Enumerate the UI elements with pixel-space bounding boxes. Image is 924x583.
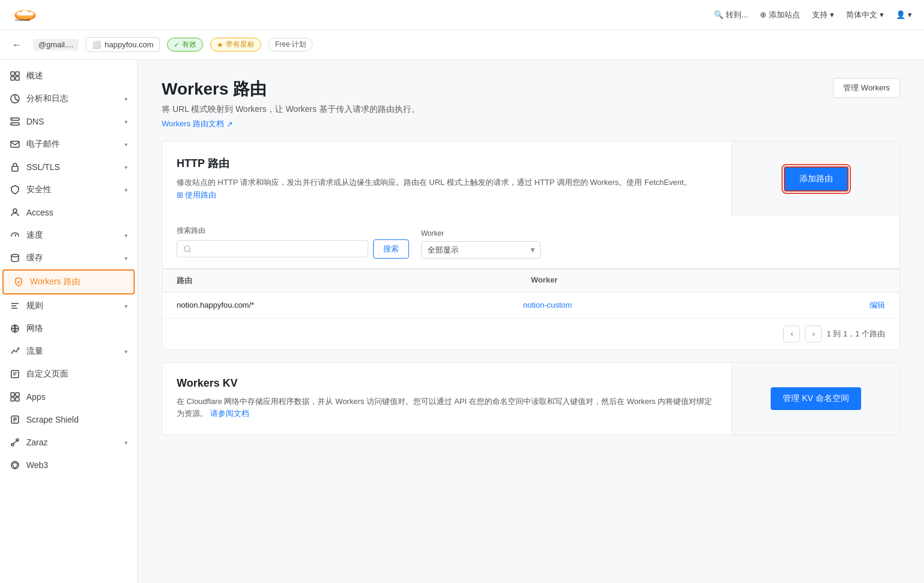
sidebar-item-web3[interactable]: Web3	[0, 454, 137, 476]
search-label: 搜索路由	[177, 226, 409, 236]
route-value: notion.happyfou.com/*	[177, 300, 523, 309]
manage-kv-button[interactable]: 管理 KV 命名空间	[771, 387, 861, 410]
chevron-down-icon: ▾	[125, 119, 128, 125]
svg-text:CLOUDFLARE: CLOUDFLARE	[15, 19, 31, 22]
sidebar-item-zaraz[interactable]: Zaraz ▾	[0, 431, 137, 454]
http-card-content: HTTP 路由 修改站点的 HTTP 请求和响应，发出并行请求或从边缘生成响应。…	[162, 142, 899, 216]
sidebar-item-security[interactable]: 安全性 ▾	[0, 178, 137, 201]
usage-icon: ⊞	[177, 189, 183, 202]
lock-icon	[10, 162, 20, 172]
sidebar-item-workers[interactable]: Workers 路由	[2, 269, 135, 294]
worker-link[interactable]: notion-custom	[523, 300, 870, 309]
chevron-down-icon: ▾	[125, 303, 128, 309]
domain-bar: ← @gmail.... ⬜ happyfou.com ✓ 有效 ★ 带有星标 …	[0, 30, 924, 60]
star-icon: ★	[217, 41, 223, 49]
scrape-icon	[10, 414, 20, 425]
kv-card-right: 管理 KV 命名空间	[732, 363, 899, 435]
search-icon: 🔍	[714, 10, 723, 19]
access-icon	[10, 207, 20, 218]
network-icon	[10, 323, 20, 334]
worker-select[interactable]: 全部显示	[421, 241, 541, 259]
chevron-down-icon: ▾	[125, 164, 128, 171]
usage-link[interactable]: ⊞ 使用路由	[177, 189, 216, 202]
table-row: notion.happyfou.com/* notion-custom 编辑	[162, 293, 899, 318]
shield-icon	[10, 184, 20, 195]
sidebar-item-apps[interactable]: Apps	[0, 385, 137, 408]
sidebar-item-email[interactable]: 电子邮件 ▾	[0, 133, 137, 156]
add-route-button[interactable]: 添加路由	[784, 166, 849, 192]
svg-rect-19	[11, 393, 14, 396]
svg-point-25	[16, 439, 19, 441]
search-area: 搜索路由 搜索 Worker 全部显示	[162, 216, 899, 269]
svg-rect-3	[11, 72, 14, 75]
workers-kv-card: Workers KV 在 Cloudflare 网络中存储应用程序数据，并从 W…	[162, 362, 900, 436]
back-button[interactable]: ←	[12, 40, 22, 50]
window-icon: ⬜	[92, 41, 101, 49]
add-site-button[interactable]: ⊕ 添加站点	[760, 10, 800, 20]
nav-right: 🔍 转到... ⊕ 添加站点 支持 ▾ 简体中文 ▾ 👤 ▾	[714, 10, 912, 20]
language-button[interactable]: 简体中文 ▾	[846, 10, 884, 20]
logo: CLOUDFLARE	[12, 6, 38, 24]
manage-workers-button[interactable]: 管理 Workers	[833, 78, 900, 98]
svg-point-10	[12, 119, 13, 120]
sidebar-item-ssl[interactable]: SSL/TLS ▾	[0, 156, 137, 178]
sidebar-item-scrapeshield[interactable]: Scrape Shield	[0, 408, 137, 431]
chevron-down-icon: ▾	[125, 232, 128, 239]
sidebar-item-traffic[interactable]: 流量 ▾	[0, 340, 137, 363]
kv-doc-link[interactable]: 请参阅文档	[210, 408, 249, 420]
grid-icon	[10, 71, 20, 81]
domain-badge[interactable]: ⬜ happyfou.com	[86, 37, 160, 52]
cache-icon	[10, 253, 20, 263]
sidebar-item-access[interactable]: Access	[0, 201, 137, 224]
svg-point-14	[13, 209, 17, 212]
col-route: 路由	[177, 275, 531, 286]
sidebar-item-analytics[interactable]: 分析和日志 ▾	[0, 87, 137, 110]
prev-page-button[interactable]: ‹	[783, 326, 800, 342]
svg-rect-22	[16, 397, 19, 401]
page-title-area: Workers 路由 将 URL 模式映射到 Workers，让 Workers…	[162, 78, 420, 129]
sidebar-item-speed[interactable]: 速度 ▾	[0, 224, 137, 247]
doc-link[interactable]: Workers 路由文档 ↗	[162, 119, 420, 129]
traffic-icon	[10, 346, 20, 357]
top-nav: CLOUDFLARE 🔍 转到... ⊕ 添加站点 支持 ▾ 简体中文 ▾ 👤 …	[0, 0, 924, 30]
search-input[interactable]	[177, 240, 368, 257]
sidebar: 概述 分析和日志 ▾ DNS ▾ 电子邮件 ▾	[0, 60, 138, 583]
status-star-badge: ★ 带有星标	[210, 38, 261, 51]
zaraz-icon	[10, 437, 20, 448]
svg-point-11	[12, 123, 13, 125]
chevron-down-icon: ▾	[125, 141, 128, 148]
chevron-down-icon: ▾	[125, 96, 128, 102]
workers-icon	[13, 277, 24, 287]
account-label: @gmail....	[34, 39, 78, 50]
main-content: Workers 路由 将 URL 模式映射到 Workers，让 Workers…	[138, 60, 924, 583]
web3-icon	[10, 460, 20, 470]
sidebar-item-overview[interactable]: 概述	[0, 65, 137, 87]
status-free-badge: Free 计划	[268, 38, 313, 51]
edit-link[interactable]: 编辑	[870, 300, 885, 311]
external-link-icon: ↗	[226, 120, 233, 129]
sidebar-item-dns[interactable]: DNS ▾	[0, 110, 137, 133]
goto-button[interactable]: 🔍 转到...	[714, 10, 748, 20]
svg-rect-4	[16, 72, 19, 75]
sidebar-item-network[interactable]: 网络	[0, 317, 137, 340]
search-button[interactable]: 搜索	[373, 239, 409, 259]
search-form-group: 搜索路由 搜索	[177, 226, 409, 259]
svg-rect-20	[16, 393, 19, 396]
svg-rect-12	[11, 141, 19, 147]
http-routes-card: HTTP 路由 修改站点的 HTTP 请求和响应，发出并行请求或从边缘生成响应。…	[162, 141, 900, 350]
support-button[interactable]: 支持 ▾	[812, 10, 834, 20]
svg-point-17	[18, 348, 20, 350]
next-page-button[interactable]: ›	[805, 326, 822, 342]
sidebar-item-rules[interactable]: 规则 ▾	[0, 294, 137, 317]
speed-icon	[10, 230, 20, 241]
chevron-down-icon: ▾	[830, 10, 834, 19]
status-active-badge: ✓ 有效	[167, 38, 203, 51]
account-button[interactable]: 👤 ▾	[896, 10, 912, 19]
sidebar-item-cache[interactable]: 缓存 ▾	[0, 247, 137, 269]
col-worker: Worker	[531, 275, 886, 286]
worker-form-group: Worker 全部显示	[421, 229, 541, 259]
svg-point-24	[11, 444, 14, 446]
svg-point-15	[11, 254, 19, 257]
worker-label: Worker	[421, 229, 541, 238]
sidebar-item-custompage[interactable]: 自定义页面	[0, 363, 137, 385]
